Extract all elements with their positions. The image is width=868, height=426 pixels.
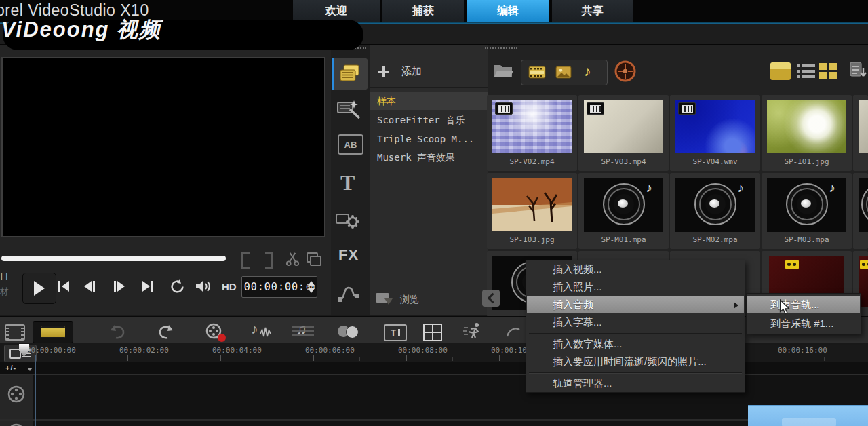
library-category-triplescoop[interactable]: Triple Scoop M...	[370, 130, 494, 148]
prev-frame-button[interactable]	[84, 281, 95, 292]
filter-photo-icon[interactable]	[555, 66, 572, 79]
media-item-partial[interactable]	[853, 95, 868, 171]
nav-graphics[interactable]	[335, 210, 361, 233]
ruler-label: 00:00:16:00	[778, 346, 827, 355]
media-item[interactable]: ♪ SP-M03.mpa	[762, 173, 852, 249]
smart-gauge-icon[interactable]	[614, 60, 637, 83]
media-item[interactable]: SP-I01.jpg	[762, 95, 852, 171]
import-folder-icon[interactable]	[493, 61, 513, 80]
media-item[interactable]: SP-V03.mp4	[578, 95, 669, 171]
nav-instant-project[interactable]	[336, 96, 362, 122]
browse-icon	[375, 291, 394, 306]
track-header-video[interactable]	[0, 375, 33, 426]
transition-ab-icon: AB	[344, 140, 357, 150]
chevron-left-icon	[488, 293, 498, 304]
menu-insert-digital-media[interactable]: 插入数字媒体...	[527, 335, 744, 353]
video-badge-icon	[587, 102, 604, 115]
trim-scrubber[interactable]	[1, 256, 226, 261]
tab-capture[interactable]: 捕获	[382, 0, 464, 22]
menu-separator	[529, 333, 742, 334]
split-screen-template-icon[interactable]	[423, 324, 441, 340]
nav-motion-path[interactable]	[337, 284, 360, 305]
view-bar-icon[interactable]	[770, 62, 791, 80]
storyboard-view-icon[interactable]	[5, 324, 25, 341]
mode-project-label[interactable]: 项目	[0, 271, 9, 283]
media-item[interactable]: ♪ SP-M02.mpa	[670, 173, 760, 249]
end-button[interactable]	[142, 281, 153, 292]
submenu-to-music-track[interactable]: 到音乐轨 #1...	[747, 315, 860, 332]
toolbar-more-icon[interactable]	[506, 324, 521, 339]
view-list-icon[interactable]	[796, 62, 816, 80]
tab-edit[interactable]: 编辑	[467, 0, 549, 22]
filter-video-icon[interactable]	[528, 66, 546, 79]
mode-clip-label[interactable]: 素材	[0, 286, 9, 298]
mark-out-icon[interactable]	[265, 252, 273, 269]
next-frame-button[interactable]	[114, 281, 125, 292]
media-item[interactable]: SP-V02.mp4	[487, 95, 577, 171]
notification-popup[interactable]	[748, 405, 868, 426]
menu-insert-subtitle[interactable]: 插入字幕...	[527, 313, 744, 331]
menu-track-manager[interactable]: 轨道管理器...	[527, 374, 744, 392]
media-item[interactable]: ♪ SP-M01.mpa	[578, 173, 669, 249]
timecode-up-icon[interactable]	[308, 281, 315, 286]
subtitle-editor-icon[interactable]: T	[384, 324, 407, 341]
play-button[interactable]	[22, 273, 56, 304]
thumbnail-sp-v04	[675, 100, 755, 153]
thumbnail-sp-m03: ♪	[767, 178, 846, 232]
media-library-icon	[339, 64, 361, 84]
repeat-icon[interactable]	[170, 279, 185, 294]
library-category-muserk[interactable]: Muserk 声音效果	[370, 149, 494, 166]
thumbnail-partial	[859, 100, 868, 153]
media-item[interactable]: SP-V04.wmv	[670, 95, 760, 171]
sort-icon[interactable]	[849, 61, 868, 81]
media-filename: SP-M03.mpa	[762, 235, 852, 244]
timeline-view-button[interactable]	[33, 321, 73, 343]
menu-insert-audio[interactable]: 插入音频	[527, 296, 744, 313]
ruler-label: 00:00:02:00	[119, 346, 169, 355]
add-category-button[interactable]: 添加	[401, 65, 422, 78]
timeline-zoom-control[interactable]: +/-	[5, 364, 16, 372]
add-icon	[378, 66, 389, 77]
redo-icon[interactable]	[156, 324, 175, 340]
overlay-option-icon2[interactable]	[346, 326, 359, 338]
media-item[interactable]: SP-I03.jpg	[487, 173, 577, 249]
media-item-partial[interactable]	[853, 173, 868, 249]
nav-filter[interactable]: FX	[338, 246, 359, 264]
nav-transition[interactable]: AB	[338, 134, 363, 155]
timecode-down-icon[interactable]	[308, 288, 315, 293]
nav-title[interactable]: T	[340, 170, 355, 195]
view-grid-icon[interactable]	[819, 62, 838, 80]
title-t-icon: T	[340, 170, 355, 195]
motion-path-icon	[337, 284, 360, 303]
panel-drag-handle-2[interactable]	[485, 47, 517, 49]
record-capture-icon[interactable]	[203, 322, 228, 343]
multi-trim-icon[interactable]	[307, 252, 318, 263]
track-lane-partial[interactable]	[33, 421, 868, 426]
menu-insert-photo[interactable]: 插入照片...	[527, 278, 744, 296]
split-clip-icon[interactable]	[285, 251, 300, 267]
library-category-samples[interactable]: 样本	[370, 92, 494, 110]
home-button[interactable]	[58, 281, 69, 292]
tab-share[interactable]: 共享	[552, 0, 633, 22]
hd-toggle[interactable]: HD	[222, 281, 237, 292]
thumbnail-sp-v03	[584, 100, 663, 153]
browse-button[interactable]: 浏览	[400, 294, 419, 306]
submenu-to-voice-track[interactable]: 到声音轨...	[747, 296, 860, 313]
nav-media[interactable]	[332, 58, 368, 90]
undo-icon[interactable]	[108, 324, 127, 340]
playhead-line[interactable]	[35, 355, 36, 426]
mark-in-icon[interactable]	[241, 252, 250, 269]
menu-insert-video[interactable]: 插入视频...	[527, 260, 744, 278]
motion-tracking-icon[interactable]	[462, 322, 484, 342]
media-filename: SP-V03.mp4	[578, 157, 669, 166]
timecode-box[interactable]: 00:00:00:00	[241, 276, 317, 298]
media-filter-group: ♪	[521, 60, 608, 85]
collapse-panel-button[interactable]	[482, 290, 500, 307]
track-header-next[interactable]	[0, 421, 33, 426]
filter-audio-icon[interactable]: ♪	[584, 63, 591, 79]
menu-insert-timelapse-photo[interactable]: 插入要应用时间流逝/频闪的照片...	[527, 353, 744, 370]
volume-icon[interactable]	[195, 279, 214, 293]
library-category-scorefitter[interactable]: ScoreFitter 音乐	[370, 111, 494, 129]
zoom-caret-icon[interactable]	[27, 368, 33, 371]
preview-screen[interactable]	[1, 57, 326, 237]
